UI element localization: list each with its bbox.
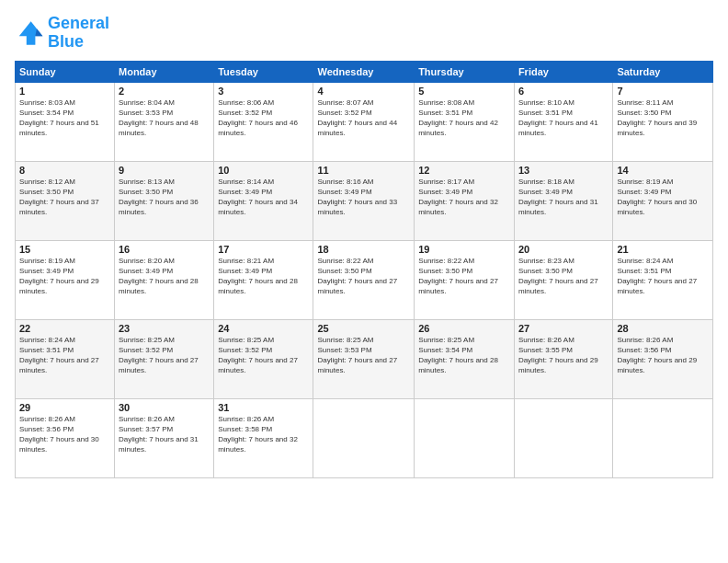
day-info: Sunrise: 8:26 AMSunset: 3:56 PMDaylight:… bbox=[19, 414, 110, 455]
day-info: Sunrise: 8:24 AMSunset: 3:51 PMDaylight:… bbox=[19, 335, 110, 376]
day-info: Sunrise: 8:07 AMSunset: 3:52 PMDaylight:… bbox=[317, 98, 410, 139]
day-info: Sunrise: 8:22 AMSunset: 3:50 PMDaylight:… bbox=[317, 256, 410, 297]
column-header-sunday: Sunday bbox=[16, 61, 115, 82]
day-info: Sunrise: 8:21 AMSunset: 3:49 PMDaylight:… bbox=[218, 256, 309, 297]
day-number: 27 bbox=[518, 323, 609, 334]
day-info: Sunrise: 8:13 AMSunset: 3:50 PMDaylight:… bbox=[119, 177, 210, 218]
day-number: 6 bbox=[518, 86, 609, 97]
logo-line2: Blue bbox=[48, 32, 84, 51]
calendar-cell: 31Sunrise: 8:26 AMSunset: 3:58 PMDayligh… bbox=[214, 398, 313, 477]
day-number: 17 bbox=[218, 244, 309, 255]
calendar-cell: 26Sunrise: 8:25 AMSunset: 3:54 PMDayligh… bbox=[415, 319, 515, 398]
calendar-cell: 22Sunrise: 8:24 AMSunset: 3:51 PMDayligh… bbox=[16, 319, 115, 398]
calendar-week-1: 1Sunrise: 8:03 AMSunset: 3:54 PMDaylight… bbox=[16, 82, 713, 161]
day-number: 31 bbox=[218, 402, 309, 413]
day-number: 11 bbox=[317, 165, 410, 176]
column-header-saturday: Saturday bbox=[613, 61, 713, 82]
day-info: Sunrise: 8:25 AMSunset: 3:54 PMDaylight:… bbox=[418, 335, 510, 376]
logo-text: General Blue bbox=[48, 15, 109, 52]
day-number: 22 bbox=[19, 323, 110, 334]
day-info: Sunrise: 8:06 AMSunset: 3:52 PMDaylight:… bbox=[218, 98, 309, 139]
calendar-cell: 20Sunrise: 8:23 AMSunset: 3:50 PMDayligh… bbox=[514, 240, 612, 319]
calendar-cell: 3Sunrise: 8:06 AMSunset: 3:52 PMDaylight… bbox=[214, 82, 313, 161]
calendar-week-4: 22Sunrise: 8:24 AMSunset: 3:51 PMDayligh… bbox=[16, 319, 713, 398]
day-info: Sunrise: 8:14 AMSunset: 3:49 PMDaylight:… bbox=[218, 177, 309, 218]
calendar-cell bbox=[415, 398, 515, 477]
calendar-cell: 23Sunrise: 8:25 AMSunset: 3:52 PMDayligh… bbox=[115, 319, 214, 398]
day-number: 18 bbox=[317, 244, 410, 255]
calendar-cell: 7Sunrise: 8:11 AMSunset: 3:50 PMDaylight… bbox=[613, 82, 713, 161]
calendar-cell: 27Sunrise: 8:26 AMSunset: 3:55 PMDayligh… bbox=[514, 319, 612, 398]
day-info: Sunrise: 8:23 AMSunset: 3:50 PMDaylight:… bbox=[518, 256, 609, 297]
day-info: Sunrise: 8:04 AMSunset: 3:53 PMDaylight:… bbox=[119, 98, 210, 139]
day-info: Sunrise: 8:25 AMSunset: 3:52 PMDaylight:… bbox=[218, 335, 309, 376]
day-info: Sunrise: 8:20 AMSunset: 3:49 PMDaylight:… bbox=[119, 256, 210, 297]
column-header-friday: Friday bbox=[514, 61, 612, 82]
day-number: 24 bbox=[218, 323, 309, 334]
page: General Blue SundayMondayTuesdayWednesda… bbox=[0, 0, 728, 563]
day-number: 13 bbox=[518, 165, 609, 176]
day-info: Sunrise: 8:17 AMSunset: 3:49 PMDaylight:… bbox=[418, 177, 510, 218]
calendar-cell: 24Sunrise: 8:25 AMSunset: 3:52 PMDayligh… bbox=[214, 319, 313, 398]
day-number: 3 bbox=[218, 86, 309, 97]
day-info: Sunrise: 8:19 AMSunset: 3:49 PMDaylight:… bbox=[617, 177, 709, 218]
day-info: Sunrise: 8:26 AMSunset: 3:58 PMDaylight:… bbox=[218, 414, 309, 455]
header: General Blue bbox=[15, 15, 713, 52]
day-number: 21 bbox=[617, 244, 709, 255]
day-info: Sunrise: 8:22 AMSunset: 3:50 PMDaylight:… bbox=[418, 256, 510, 297]
day-info: Sunrise: 8:12 AMSunset: 3:50 PMDaylight:… bbox=[19, 177, 110, 218]
day-number: 14 bbox=[617, 165, 709, 176]
day-info: Sunrise: 8:18 AMSunset: 3:49 PMDaylight:… bbox=[518, 177, 609, 218]
calendar-week-2: 8Sunrise: 8:12 AMSunset: 3:50 PMDaylight… bbox=[16, 161, 713, 240]
calendar-cell: 15Sunrise: 8:19 AMSunset: 3:49 PMDayligh… bbox=[16, 240, 115, 319]
day-info: Sunrise: 8:26 AMSunset: 3:57 PMDaylight:… bbox=[119, 414, 210, 455]
day-info: Sunrise: 8:26 AMSunset: 3:56 PMDaylight:… bbox=[617, 335, 709, 376]
day-info: Sunrise: 8:03 AMSunset: 3:54 PMDaylight:… bbox=[19, 98, 110, 139]
calendar-cell: 14Sunrise: 8:19 AMSunset: 3:49 PMDayligh… bbox=[613, 161, 713, 240]
calendar-cell: 5Sunrise: 8:08 AMSunset: 3:51 PMDaylight… bbox=[415, 82, 515, 161]
day-number: 9 bbox=[119, 165, 210, 176]
day-info: Sunrise: 8:26 AMSunset: 3:55 PMDaylight:… bbox=[518, 335, 609, 376]
column-header-thursday: Thursday bbox=[415, 61, 515, 82]
calendar-cell: 8Sunrise: 8:12 AMSunset: 3:50 PMDaylight… bbox=[16, 161, 115, 240]
day-number: 20 bbox=[518, 244, 609, 255]
day-info: Sunrise: 8:16 AMSunset: 3:49 PMDaylight:… bbox=[317, 177, 410, 218]
day-number: 7 bbox=[617, 86, 709, 97]
day-info: Sunrise: 8:19 AMSunset: 3:49 PMDaylight:… bbox=[19, 256, 110, 297]
column-header-wednesday: Wednesday bbox=[313, 61, 415, 82]
calendar-cell bbox=[514, 398, 612, 477]
calendar-cell: 29Sunrise: 8:26 AMSunset: 3:56 PMDayligh… bbox=[16, 398, 115, 477]
calendar-cell: 21Sunrise: 8:24 AMSunset: 3:51 PMDayligh… bbox=[613, 240, 713, 319]
calendar-cell: 6Sunrise: 8:10 AMSunset: 3:51 PMDaylight… bbox=[514, 82, 612, 161]
calendar-week-5: 29Sunrise: 8:26 AMSunset: 3:56 PMDayligh… bbox=[16, 398, 713, 477]
day-number: 25 bbox=[317, 323, 410, 334]
calendar-cell: 10Sunrise: 8:14 AMSunset: 3:49 PMDayligh… bbox=[214, 161, 313, 240]
day-number: 5 bbox=[418, 86, 510, 97]
calendar-cell: 28Sunrise: 8:26 AMSunset: 3:56 PMDayligh… bbox=[613, 319, 713, 398]
calendar-cell: 11Sunrise: 8:16 AMSunset: 3:49 PMDayligh… bbox=[313, 161, 415, 240]
column-header-monday: Monday bbox=[115, 61, 214, 82]
calendar-cell: 1Sunrise: 8:03 AMSunset: 3:54 PMDaylight… bbox=[16, 82, 115, 161]
day-number: 29 bbox=[19, 402, 110, 413]
calendar-week-3: 15Sunrise: 8:19 AMSunset: 3:49 PMDayligh… bbox=[16, 240, 713, 319]
calendar-cell: 16Sunrise: 8:20 AMSunset: 3:49 PMDayligh… bbox=[115, 240, 214, 319]
logo: General Blue bbox=[15, 15, 109, 52]
day-number: 28 bbox=[617, 323, 709, 334]
calendar-cell: 30Sunrise: 8:26 AMSunset: 3:57 PMDayligh… bbox=[115, 398, 214, 477]
day-number: 10 bbox=[218, 165, 309, 176]
day-number: 23 bbox=[119, 323, 210, 334]
calendar-cell: 13Sunrise: 8:18 AMSunset: 3:49 PMDayligh… bbox=[514, 161, 612, 240]
calendar-cell: 9Sunrise: 8:13 AMSunset: 3:50 PMDaylight… bbox=[115, 161, 214, 240]
day-number: 15 bbox=[19, 244, 110, 255]
calendar-cell bbox=[313, 398, 415, 477]
day-number: 8 bbox=[19, 165, 110, 176]
calendar-cell: 4Sunrise: 8:07 AMSunset: 3:52 PMDaylight… bbox=[313, 82, 415, 161]
calendar-cell bbox=[613, 398, 713, 477]
calendar-cell: 12Sunrise: 8:17 AMSunset: 3:49 PMDayligh… bbox=[415, 161, 515, 240]
day-number: 12 bbox=[418, 165, 510, 176]
calendar-cell: 19Sunrise: 8:22 AMSunset: 3:50 PMDayligh… bbox=[415, 240, 515, 319]
day-number: 1 bbox=[19, 86, 110, 97]
day-info: Sunrise: 8:25 AMSunset: 3:52 PMDaylight:… bbox=[119, 335, 210, 376]
column-header-tuesday: Tuesday bbox=[214, 61, 313, 82]
day-number: 2 bbox=[119, 86, 210, 97]
